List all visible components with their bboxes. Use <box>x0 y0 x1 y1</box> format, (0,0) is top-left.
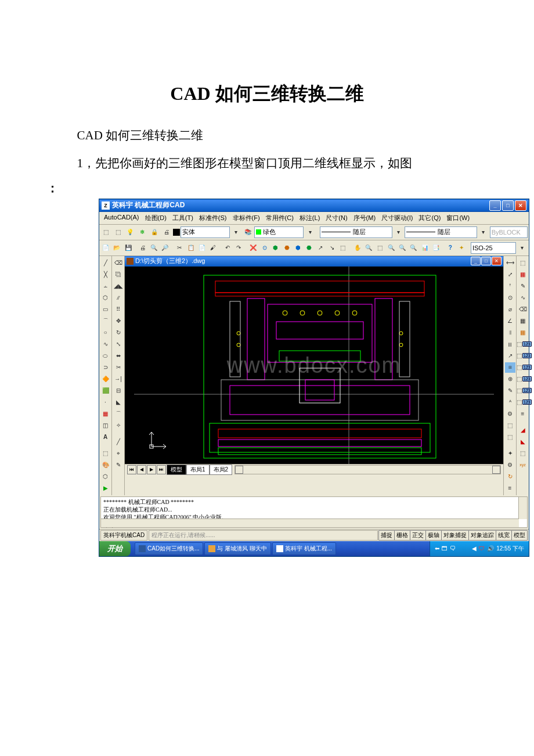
tool-icon[interactable]: 🎨 <box>100 460 111 470</box>
tool-icon[interactable]: ⬚ <box>518 448 528 459</box>
tab-last-icon[interactable]: ⏭ <box>157 465 166 474</box>
tool-icon[interactable]: ⬡ <box>100 471 111 482</box>
erase-icon[interactable]: ⌫ <box>113 258 124 268</box>
cmd-hscroll[interactable] <box>101 519 519 527</box>
menu-common[interactable]: 常用件(C) <box>264 213 296 223</box>
tool-icon[interactable]: ⬚ <box>100 448 111 459</box>
rotate-icon[interactable]: ↻ <box>113 327 124 338</box>
maximize-button[interactable]: □ <box>502 200 514 211</box>
help-icon[interactable]: ? <box>445 242 456 254</box>
dim-continue-icon[interactable]: ⫼ <box>505 339 515 350</box>
tolerance-icon[interactable]: ⊞ <box>505 362 515 373</box>
lwt-toggle[interactable]: 线宽 <box>496 530 512 541</box>
offset-icon[interactable]: ⫽ <box>113 293 124 303</box>
menu-other[interactable]: 其它(Q) <box>416 213 443 223</box>
taskbar-item[interactable]: 英科宇 机械工程... <box>272 542 336 555</box>
model-toggle[interactable]: 模型 <box>511 530 528 541</box>
tool-icon[interactable]: ▦ <box>518 316 528 326</box>
dimtedit-icon[interactable]: ᴬ <box>505 397 515 408</box>
tool-icon[interactable]: ⬢ <box>270 242 281 254</box>
preview-icon[interactable]: 🔍 <box>149 242 159 254</box>
tray-icon[interactable]: 🗔 <box>442 545 448 552</box>
layer-mgr-icon[interactable]: ▾ <box>230 226 242 238</box>
tray-icon[interactable]: 🛡 <box>479 545 485 552</box>
tool-icon[interactable]: ⬣ <box>282 242 292 254</box>
ellipse-icon[interactable]: ⬭ <box>100 351 111 361</box>
circle-icon[interactable]: ○ <box>100 327 111 338</box>
tool-icon[interactable]: ❌ <box>248 242 258 254</box>
tool-icon[interactable]: ∿ <box>518 293 528 303</box>
zoom-win-icon[interactable]: ⬚ <box>374 242 385 254</box>
arc-icon[interactable]: ⌒ <box>100 316 111 326</box>
tray-icon[interactable]: 🔊 <box>487 545 494 552</box>
refresh-icon[interactable]: ↻ <box>505 471 515 482</box>
taskbar-item[interactable]: 与 屠城清风 聊天中 <box>204 542 271 555</box>
copy-icon[interactable]: 📋 <box>185 242 196 254</box>
text-icon[interactable]: A <box>100 432 111 442</box>
print-icon[interactable]: 🖨 <box>138 242 148 254</box>
tab-next-icon[interactable]: ▶ <box>147 465 156 474</box>
block-icon[interactable]: 🟩 <box>100 386 111 396</box>
paste-icon[interactable]: 📄 <box>197 242 207 254</box>
linetype-select[interactable]: 随层 <box>320 226 392 238</box>
extend-icon[interactable]: →| <box>113 374 124 384</box>
new-icon[interactable]: 📄 <box>100 242 111 254</box>
mirror-icon[interactable]: ◢◣ <box>113 281 124 291</box>
taskbar-item[interactable]: CAD如何三维转换... <box>135 542 203 555</box>
layer-icon2[interactable]: ⬚ <box>113 226 124 238</box>
menu-seq[interactable]: 序号(M) <box>351 213 378 223</box>
doc-titlebar[interactable]: D:\切头剪（三维2）.dwg _ □ ✕ <box>125 256 503 267</box>
tool-icon[interactable]: 💡 <box>125 226 136 238</box>
tool-icon[interactable]: ✦ <box>505 448 515 459</box>
line-icon[interactable]: ╱ <box>100 258 111 268</box>
minimize-button[interactable]: _ <box>489 200 501 211</box>
cut-icon[interactable]: ✂ <box>174 242 185 254</box>
redo-icon[interactable]: ↷ <box>233 242 244 254</box>
undo-icon[interactable]: ↶ <box>222 242 233 254</box>
tool-icon[interactable]: ⬣ <box>304 242 315 254</box>
polar-toggle[interactable]: 极轴 <box>425 530 442 541</box>
layer-icon[interactable]: ⬚ <box>100 226 112 238</box>
doc-close-button[interactable]: ✕ <box>492 257 501 265</box>
dimedit-icon[interactable]: ✎ <box>505 386 515 396</box>
tab-layout2[interactable]: 布局2 <box>210 465 233 475</box>
menu-autocad[interactable]: AutoCAD(A) <box>102 213 142 223</box>
tool-icon[interactable]: ❄ <box>136 226 148 238</box>
tool-icon[interactable]: ▦ <box>518 327 528 338</box>
tool-icon[interactable]: ≡ <box>518 409 528 419</box>
match-icon[interactable]: 🖌 <box>208 242 218 254</box>
doc-maximize-button[interactable]: □ <box>481 257 491 265</box>
explode-icon[interactable]: ✧ <box>113 420 124 431</box>
command-window[interactable]: ******** 机械工程师CAD ******** 正在加载机械工程师CAD.… <box>100 496 528 528</box>
tool-icon[interactable]: ⬚ <box>517 386 522 396</box>
dim-diameter-icon[interactable]: ⌀ <box>505 304 515 315</box>
tool-icon[interactable]: ⬚ <box>505 420 515 431</box>
dimstyle-icon[interactable]: ⚙ <box>505 409 515 419</box>
h-scrollbar[interactable] <box>234 465 501 474</box>
system-tray[interactable]: ⬅ 🗔 🗨 ◀ 🛡 🔊 12:55 下午 <box>430 541 529 556</box>
dropdown-icon[interactable]: ▾ <box>517 242 527 254</box>
color-select[interactable]: 绿色 <box>254 226 304 238</box>
tool-icon[interactable]: ≡ <box>505 483 515 494</box>
tray-icon[interactable]: ⬅ <box>435 545 439 552</box>
hatch-icon[interactable]: ▦ <box>100 409 111 419</box>
dropdown-icon[interactable]: ▾ <box>304 226 316 238</box>
tool-icon[interactable]: ✦ <box>456 242 467 254</box>
tray-icon[interactable]: ◀ <box>472 545 477 552</box>
grid-toggle[interactable]: 栅格 <box>394 530 410 541</box>
tool-icon[interactable]: ⬚ <box>517 374 522 384</box>
zoom-icon[interactable]: 🔍 <box>397 242 407 254</box>
layers-icon[interactable]: 📚 <box>242 226 254 238</box>
save-icon[interactable]: 💾 <box>123 242 134 254</box>
tool-icon[interactable]: ↗ <box>315 242 326 254</box>
open-icon[interactable]: 📂 <box>111 242 122 254</box>
stretch-icon[interactable]: ⬌ <box>113 351 124 361</box>
osnap-toggle[interactable]: 对象捕捉 <box>441 530 469 541</box>
tab-first-icon[interactable]: ⏮ <box>127 465 136 474</box>
leader-icon[interactable]: ↗ <box>505 351 515 361</box>
tool-icon[interactable]: ✎ <box>113 460 124 470</box>
tray-clock[interactable]: 12:55 下午 <box>496 545 524 553</box>
center-icon[interactable]: ⊕ <box>505 374 515 384</box>
dropdown-icon[interactable]: ▾ <box>393 226 405 238</box>
pline-icon[interactable]: ⫠ <box>100 281 111 291</box>
